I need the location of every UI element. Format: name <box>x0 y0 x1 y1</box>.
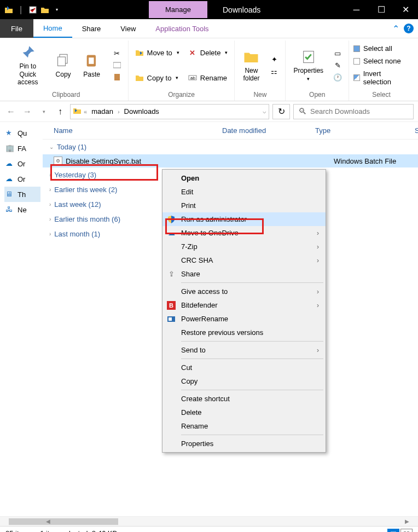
history-icon: 🕐 <box>333 73 342 82</box>
ribbon-collapse-icon[interactable]: ⌃ <box>392 24 399 34</box>
cut-button[interactable]: ✂ <box>109 48 125 59</box>
application-tools-tab[interactable]: Application Tools <box>146 19 218 38</box>
tree-onedrive2[interactable]: ☁Or <box>4 171 40 187</box>
share-tab[interactable]: Share <box>72 19 111 38</box>
maximize-button[interactable]: ☐ <box>369 0 393 19</box>
address-bar[interactable]: « madan › Downloads ⌵ <box>70 104 269 119</box>
tree-onedrive1[interactable]: ☁Or <box>4 156 40 171</box>
chevron-right-icon: › <box>317 229 319 237</box>
chevron-right-icon: › <box>317 302 319 309</box>
delete-button[interactable]: ✕ Delete▾ <box>185 47 231 58</box>
qat-dropdown-icon[interactable]: ▾ <box>53 5 61 14</box>
menu-edit[interactable]: Edit <box>162 185 326 199</box>
qat-properties-icon[interactable] <box>28 5 37 14</box>
svg-rect-4 <box>89 57 94 64</box>
tree-network[interactable]: 🖧Ne <box>4 202 40 217</box>
address-dropdown-icon[interactable]: ⌵ <box>263 108 266 115</box>
menu-share[interactable]: ⇪ Share <box>162 267 326 281</box>
menu-copy[interactable]: Copy <box>162 374 326 388</box>
menu-7zip[interactable]: 7-Zip› <box>162 240 326 253</box>
tree-this-pc[interactable]: 🖥Th <box>4 187 40 202</box>
select-all-button[interactable]: Select all <box>352 44 410 53</box>
properties-button[interactable]: Properties▾ <box>289 46 328 84</box>
manage-tab[interactable]: Manage <box>149 1 207 18</box>
chevron-right-icon[interactable]: › <box>118 108 120 115</box>
move-to-button[interactable]: Move to▾ <box>132 47 183 58</box>
menu-delete[interactable]: Delete <box>162 406 326 419</box>
crumb-dropdown-icon[interactable]: « <box>84 108 87 115</box>
menu-bitdefender[interactable]: B Bitdefender› <box>162 298 326 312</box>
copy-to-button[interactable]: Copy to▾ <box>132 72 183 83</box>
refresh-button[interactable]: ↻ <box>272 104 290 119</box>
paste-shortcut-button[interactable] <box>109 72 125 83</box>
search-input[interactable] <box>310 107 409 115</box>
column-size[interactable]: S <box>410 126 418 135</box>
menu-run-admin[interactable]: Run as administrator <box>162 212 326 226</box>
scrollbar-thumb[interactable] <box>9 518 118 525</box>
copy-to-icon <box>135 73 144 82</box>
menu-print[interactable]: Print <box>162 199 326 212</box>
recent-dropdown[interactable]: ▾ <box>37 105 50 118</box>
icons-view-toggle[interactable] <box>400 529 413 533</box>
easy-access-button[interactable]: ⚏ <box>266 66 282 77</box>
paste-button[interactable]: Paste <box>79 50 105 80</box>
chevron-right-icon: › <box>317 257 319 264</box>
menu-powerrename[interactable]: PowerRename <box>162 312 326 326</box>
back-button[interactable]: ← <box>4 105 18 118</box>
powerrename-icon <box>167 315 176 323</box>
menu-give-access[interactable]: Give access to› <box>162 285 326 298</box>
menu-send-to[interactable]: Send to› <box>162 343 326 357</box>
qat-newfolder-icon[interactable] <box>40 5 49 14</box>
edit-button[interactable]: ✎ <box>330 60 345 71</box>
column-date[interactable]: Date modified <box>218 126 311 135</box>
forward-button[interactable]: → <box>21 105 34 118</box>
pin-quick-access-button[interactable]: Pin to Quick access <box>8 42 48 88</box>
tree-quick-access[interactable]: ★Qu <box>4 125 40 141</box>
file-row-selected[interactable]: ⚙ Disable SettingSync.bat Windows Batch … <box>43 154 418 167</box>
open-icon: ▭ <box>333 49 342 57</box>
help-icon[interactable]: ? <box>404 24 414 33</box>
horizontal-scrollbar[interactable]: ◀ ▶ <box>0 516 418 526</box>
menu-move-onedrive[interactable]: ☁ Move to OneDrive› <box>162 226 326 240</box>
delete-icon: ✕ <box>188 48 197 57</box>
menu-properties[interactable]: Properties <box>162 437 326 450</box>
chevron-right-icon: › <box>317 288 319 296</box>
tree-favorites[interactable]: 🏢FA <box>4 141 40 156</box>
search-box[interactable]: 🔍︎ <box>293 104 414 119</box>
menu-restore[interactable]: Restore previous versions <box>162 326 326 339</box>
up-button[interactable]: ↑ <box>54 105 67 118</box>
menu-separator <box>181 435 323 435</box>
breadcrumb-part1[interactable]: madan <box>89 106 115 117</box>
menu-rename[interactable]: Rename <box>162 419 326 433</box>
breadcrumb-part2[interactable]: Downloads <box>122 106 161 117</box>
open-button[interactable]: ▭ <box>330 48 345 59</box>
view-tab[interactable]: View <box>111 19 146 38</box>
copy-button[interactable]: Copy <box>50 50 77 80</box>
chevron-right-icon: › <box>317 346 319 354</box>
invert-selection-button[interactable]: Invert selection <box>352 69 410 86</box>
menu-crcsha[interactable]: CRC SHA› <box>162 253 326 267</box>
group-today[interactable]: ⌄Today (1) <box>43 140 418 154</box>
monitor-icon: 🖥 <box>5 190 14 199</box>
new-folder-button[interactable]: New folder <box>238 46 264 85</box>
minimize-button[interactable]: ─ <box>344 0 369 19</box>
move-to-icon <box>135 48 144 57</box>
menu-cut[interactable]: Cut <box>162 361 326 374</box>
column-name[interactable]: Name <box>43 126 218 135</box>
menu-open[interactable]: Open <box>162 171 326 185</box>
menu-create-shortcut[interactable]: Create shortcut <box>162 392 326 406</box>
file-tab[interactable]: File <box>0 19 33 38</box>
details-view-toggle[interactable] <box>387 529 399 533</box>
easy-access-icon: ⚏ <box>270 67 278 76</box>
app-icon <box>4 5 13 14</box>
new-folder-icon <box>242 48 260 66</box>
share-icon: ⇪ <box>167 270 176 279</box>
close-button[interactable]: ✕ <box>393 0 418 19</box>
new-item-button[interactable]: ✦ <box>266 54 282 65</box>
column-type[interactable]: Type <box>311 126 410 135</box>
copy-path-button[interactable] <box>109 60 125 71</box>
rename-button[interactable]: ab Rename <box>185 72 231 83</box>
select-none-button[interactable]: Select none <box>352 56 410 66</box>
home-tab[interactable]: Home <box>33 19 72 38</box>
history-button[interactable]: 🕐 <box>330 72 345 83</box>
